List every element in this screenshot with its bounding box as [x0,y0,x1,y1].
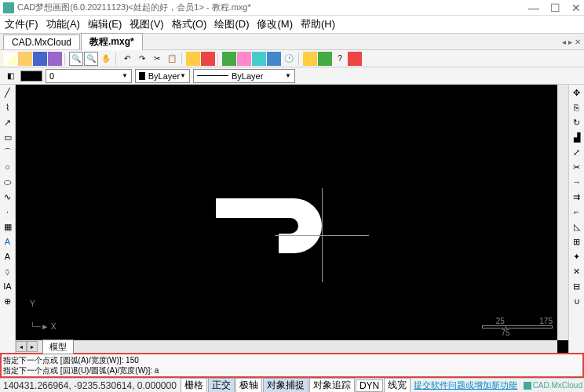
tool-icon[interactable] [252,52,266,66]
zoom-extents-icon[interactable]: 🔍 [84,52,98,66]
lineweight-toggle[interactable]: 线宽 [384,378,411,392]
color-icon[interactable] [201,52,215,66]
brand-label: CAD.MxCloud [524,381,582,390]
otrack-toggle[interactable]: 对象追踪 [309,378,355,392]
circle-icon[interactable]: ○ [2,161,14,173]
polyline-shape [212,194,330,265]
osnap-toggle[interactable]: 对象捕捉 [263,378,308,392]
titlebar: CAD梦想画图(6.0.20211123)<娃起的好，会员1> - 教程.mxg… [0,0,584,16]
horizontal-scrollbar[interactable]: ◂ ▸ 模型 [16,340,557,353]
draw-toolbar: ╱ ⌇ ↗ ▭ ⌒ ○ ⬭ ∿ · ▦ A A ⎀ IA ⊕ [0,85,16,353]
cut-icon[interactable]: ✂ [150,52,164,66]
drawing-canvas[interactable]: Y └─► X 25 175 75 ◂ ▸ 模型 [16,85,568,353]
menu-edit[interactable]: 编辑(E) [88,17,122,31]
scroll-left-icon[interactable]: ◂ [16,341,27,352]
current-color[interactable] [20,71,42,82]
chamfer-icon[interactable]: ◺ [571,220,583,233]
menu-help[interactable]: 帮助(H) [301,17,335,31]
menu-draw[interactable]: 绘图(D) [214,17,249,31]
brand-text: CAD.MxCloud [533,381,582,390]
redo-icon[interactable]: ↷ [135,52,149,66]
help-icon[interactable]: ? [333,52,347,66]
separator [64,53,67,65]
maximize-button[interactable]: ☐ [550,2,560,14]
saveas-icon[interactable] [48,52,62,66]
ortho-toggle[interactable]: 正交 [208,378,235,392]
dropdown-icon: ▼ [122,72,128,79]
separator [217,53,220,65]
explode-icon[interactable]: ✦ [571,250,583,263]
linetype-combo[interactable]: ByLayer ▼ [193,69,295,83]
command-history-line: 指定下一个点或 [圆弧(A)/宽度(W)]: 150 [3,355,581,365]
array-icon[interactable]: ⊞ [571,235,583,248]
mtext-icon[interactable]: A [2,250,14,263]
tab-tutorial[interactable]: 教程.mxg* [81,33,143,50]
text-icon[interactable]: A [2,235,14,248]
hatch-icon[interactable]: ▦ [2,220,14,233]
move-icon[interactable]: ✥ [571,86,583,99]
rectangle-icon[interactable]: ▭ [2,131,14,143]
close-button[interactable]: ✕ [571,2,581,14]
menu-modify[interactable]: 修改(M) [257,17,293,31]
fillet-icon[interactable]: ⌐ [571,205,583,218]
dyn-toggle[interactable]: DYN [356,379,383,392]
separator [115,53,118,65]
modify-toolbar: ✥ ⎘ ↻ ▟ ⤢ ✂ → ⇉ ⌐ ◺ ⊞ ✦ ✕ ⊟ ∪ [568,85,584,353]
tool-icon[interactable] [237,52,251,66]
color-combo[interactable]: ByLayer ▼ [135,69,190,83]
tab-cloud[interactable]: CAD.MxCloud [3,34,80,49]
tool-icon[interactable] [267,52,281,66]
ray-icon[interactable]: ↗ [2,116,14,129]
feedback-link[interactable]: 提交软件问题或增加新功能 [414,379,517,391]
copy-icon[interactable]: 📋 [165,52,179,66]
menu-format[interactable]: 格式(O) [172,17,207,31]
arc-icon[interactable]: ⌒ [2,146,14,158]
pan-icon[interactable]: ✋ [99,52,113,66]
insert-icon[interactable]: IA [2,280,14,292]
join-icon[interactable]: ∪ [571,295,583,307]
copy-icon[interactable]: ⎘ [571,101,583,114]
erase-icon[interactable]: ✕ [571,265,583,278]
scale-icon[interactable]: ⤢ [571,146,583,158]
open-icon[interactable] [18,52,32,66]
mirror-icon[interactable]: ▟ [571,131,583,143]
rotate-icon[interactable]: ↻ [571,116,583,129]
statusbar: 140431.266964, -9235.530614, 0.000000 栅格… [0,378,584,392]
save-icon[interactable] [33,52,47,66]
ellipse-icon[interactable]: ⬭ [2,176,14,188]
polyline-icon[interactable]: ⌇ [2,101,14,114]
new-icon[interactable] [3,52,17,66]
linetype-value: ByLayer [232,71,263,81]
trim-icon[interactable]: ✂ [571,161,583,173]
tool-icon[interactable] [303,52,317,66]
line-icon[interactable]: ╱ [2,86,14,99]
dimension-icon[interactable]: ⊕ [2,295,14,307]
tool-icon[interactable] [318,52,332,66]
menu-function[interactable]: 功能(A) [46,17,80,31]
polar-toggle[interactable]: 极轴 [235,378,262,392]
zoom-icon[interactable]: 🔍 [69,52,83,66]
minimize-button[interactable]: — [528,2,539,14]
offset-icon[interactable]: ⇉ [571,191,583,203]
block-icon[interactable]: ⎀ [2,265,14,278]
point-icon[interactable]: · [2,205,14,218]
grid-toggle[interactable]: 栅格 [181,378,207,392]
tab-controls[interactable]: ◂ ▸ ✕ [562,38,581,46]
layer-combo[interactable]: 0 ▼ [46,69,132,83]
extend-icon[interactable]: → [571,176,583,188]
undo-icon[interactable]: ↶ [120,52,134,66]
vertical-scrollbar[interactable] [557,85,568,340]
command-line[interactable]: 指定下一个点或 [圆弧(A)/宽度(W)]: 150 指定下一个点或 [回退(U… [0,353,584,378]
model-tab[interactable]: 模型 [42,339,74,354]
menu-file[interactable]: 文件(F) [5,17,38,31]
tool-icon[interactable] [348,52,362,66]
menu-view[interactable]: 视图(V) [130,17,163,31]
scroll-right-icon[interactable]: ▸ [27,341,38,352]
tool-icon[interactable]: 🕐 [282,52,296,66]
break-icon[interactable]: ⊟ [571,280,583,292]
spline-icon[interactable]: ∿ [2,191,14,203]
tool-icon[interactable] [222,52,236,66]
layer-icon[interactable] [186,52,200,66]
properties-toolbar: ◧ 0 ▼ ByLayer ▼ ByLayer ▼ [0,67,584,85]
color-picker-icon[interactable]: ◧ [3,69,17,83]
